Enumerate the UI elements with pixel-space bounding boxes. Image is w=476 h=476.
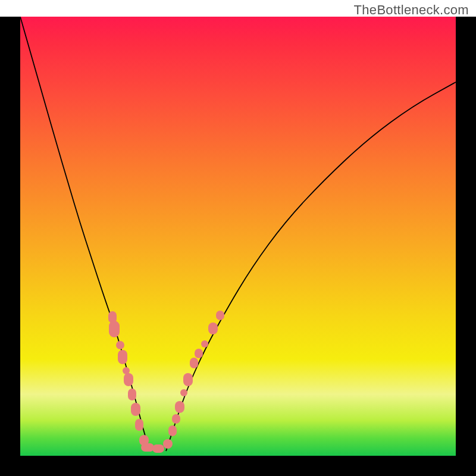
plot-area xyxy=(20,17,456,456)
marker-dot xyxy=(208,322,218,334)
curve-right-branch xyxy=(166,82,456,451)
curve-left-branch xyxy=(20,17,150,451)
marker-dot xyxy=(190,358,198,368)
plot-frame xyxy=(0,17,476,476)
curve-layer xyxy=(20,17,456,456)
marker-dot xyxy=(180,389,187,396)
marker-dot xyxy=(183,373,193,386)
marker-dot xyxy=(135,419,143,431)
watermark-text: TheBottleneck.com xyxy=(354,2,469,18)
marker-dot xyxy=(195,349,203,358)
page-root: TheBottleneck.com xyxy=(0,0,476,476)
marker-dot xyxy=(128,389,136,400)
marker-dot xyxy=(168,425,177,436)
marker-dot xyxy=(216,311,224,320)
marker-dot xyxy=(172,414,180,424)
marker-dot xyxy=(109,321,120,337)
marker-dot xyxy=(116,341,124,349)
marker-dot xyxy=(175,401,184,413)
marker-dot xyxy=(163,439,173,449)
marker-dot xyxy=(152,444,164,453)
marker-dot xyxy=(201,340,208,347)
marker-dot xyxy=(131,403,140,416)
marker-dot xyxy=(118,350,127,364)
marker-dot xyxy=(124,373,133,386)
